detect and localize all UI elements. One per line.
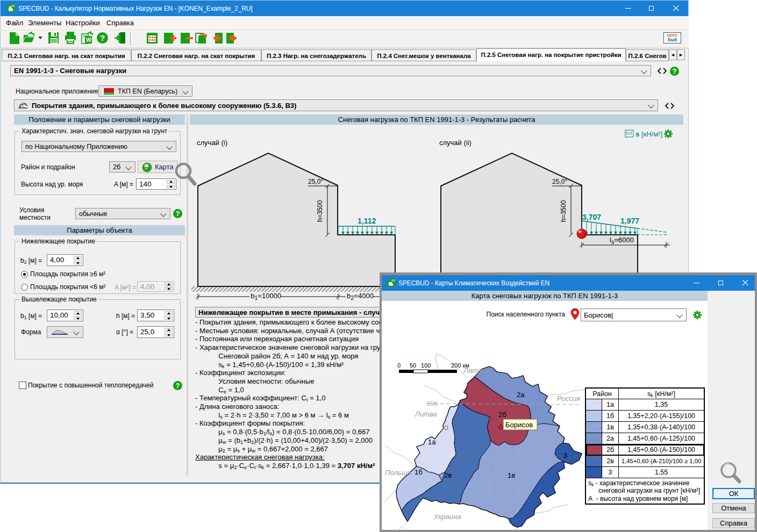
- svg-text:1,977: 1,977: [620, 217, 639, 225]
- svg-text:1,112: 1,112: [358, 217, 376, 225]
- svg-text:3: 3: [563, 451, 567, 459]
- svg-text:случай (ii): случай (ii): [439, 139, 472, 147]
- svg-text:100: 100: [421, 362, 431, 369]
- svg-text:Россия: Россия: [557, 394, 580, 402]
- svg-text:h=3500: h=3500: [560, 200, 567, 222]
- svg-text:Польша: Польша: [385, 469, 411, 477]
- svg-text:1б: 1б: [415, 468, 423, 476]
- svg-text:EN: EN: [391, 279, 395, 282]
- svg-text:2а: 2а: [517, 391, 525, 399]
- svg-text:200 км: 200 км: [451, 362, 469, 369]
- svg-text:Украина: Украина: [433, 513, 461, 521]
- svg-text:?: ?: [100, 33, 105, 42]
- svg-text:55N: 55N: [427, 400, 438, 407]
- svg-text:EN: EN: [11, 5, 15, 8]
- svg-text:1в: 1в: [508, 471, 515, 479]
- svg-text:W: W: [86, 37, 91, 43]
- svg-text:Литва: Литва: [415, 410, 437, 418]
- svg-text:3,707: 3,707: [582, 213, 601, 221]
- svg-text:h=3500: h=3500: [316, 200, 324, 222]
- svg-text:2б: 2б: [498, 411, 506, 419]
- svg-text:25,0°: 25,0°: [552, 178, 567, 185]
- svg-text:случай (i): случай (i): [197, 139, 227, 147]
- svg-text:25,0°: 25,0°: [308, 178, 323, 185]
- svg-text:1а: 1а: [428, 438, 436, 446]
- svg-text:*: *: [145, 167, 147, 172]
- svg-text:0: 0: [397, 362, 401, 369]
- svg-text:50: 50: [410, 362, 416, 369]
- svg-text:2в: 2в: [444, 471, 452, 479]
- svg-text:Борисов: Борисов: [505, 421, 533, 429]
